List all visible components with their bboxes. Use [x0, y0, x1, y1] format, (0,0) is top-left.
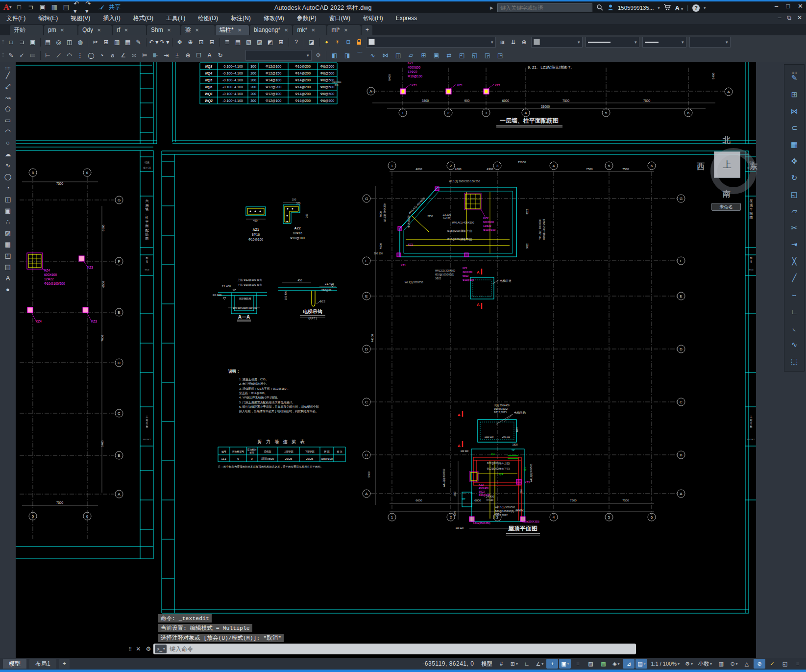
menu-9[interactable]: 修改(M)	[257, 13, 291, 24]
tab-close-icon[interactable]: ✕	[60, 25, 64, 35]
annotation-visibility-icon[interactable]: ▤▾	[635, 659, 647, 669]
layer-make-current-icon[interactable]: ⊕	[519, 37, 529, 47]
dim-linear-icon[interactable]: ⊢	[43, 50, 53, 60]
doc-tab-pm[interactable]: pm✕	[44, 25, 77, 35]
trim-icon[interactable]: ✂	[786, 221, 802, 235]
redo-icon[interactable]: ↷ ▾	[85, 3, 94, 12]
help-icon[interactable]: ?	[692, 4, 700, 12]
match-properties-icon[interactable]: ✎	[134, 37, 144, 47]
color-combo[interactable]: ▾	[531, 37, 583, 48]
point-style-icon[interactable]: ●	[2, 284, 14, 295]
drawing-canvas[interactable]: NQ3-0.100~4.100300Φ12@100Φ16@200Φ6@500NQ…	[16, 62, 756, 658]
ellipse-icon[interactable]: ◯	[2, 171, 14, 182]
construction-line-icon[interactable]: ⤢	[2, 81, 14, 92]
dim-text-edit-icon[interactable]: A	[205, 50, 215, 60]
dim-style-manager-icon[interactable]: ⟐	[314, 50, 323, 60]
3d-mirror-icon[interactable]: ◳	[495, 50, 505, 60]
etransmit-icon[interactable]: ◪	[307, 37, 317, 47]
dim-aligned-icon[interactable]: ⟋	[54, 50, 64, 60]
extend-icon[interactable]: ⇥	[786, 237, 802, 252]
erase-icon[interactable]: ✎	[786, 71, 802, 85]
layer-combo[interactable]: ▾	[366, 37, 496, 48]
layer-vp-freeze-icon[interactable]: ⊡	[343, 37, 353, 47]
new-tab-button[interactable]: +	[362, 25, 372, 35]
layer-states-icon[interactable]: ▤	[233, 37, 243, 47]
plot-icon[interactable]: ▤	[62, 3, 71, 12]
menu-10[interactable]: 参数(P)	[291, 13, 323, 24]
clean-screen-icon[interactable]: ⊘	[754, 659, 765, 669]
quick-properties-icon[interactable]: ▥	[715, 659, 727, 669]
block-editor-icon[interactable]: ▱	[406, 50, 416, 60]
doc-tab-biangeng[interactable]: biangeng*✕	[250, 25, 292, 35]
tolerance-icon[interactable]: ±	[172, 50, 182, 60]
open-icon[interactable]: ⊐	[26, 3, 35, 12]
close-button[interactable]: ✕	[798, 2, 803, 10]
lineweight-combo[interactable]: ▾	[642, 37, 686, 48]
toolbar-grip[interactable]: ⠿	[1, 53, 4, 58]
autodesk-a-icon[interactable]: A ▾	[675, 4, 683, 12]
stretch-icon[interactable]: ▱	[786, 204, 802, 219]
hatch-icon[interactable]: ▨	[2, 227, 14, 238]
xref-icon[interactable]: ⊞	[419, 50, 429, 60]
dim-style-combo[interactable]: ▾	[245, 50, 312, 61]
autocad-logo-icon[interactable]: A▾	[3, 3, 12, 12]
qsave-icon[interactable]: ▣	[28, 37, 38, 47]
user-avatar-icon[interactable]	[607, 4, 614, 12]
3d-rotate-icon[interactable]: ◱	[470, 50, 480, 60]
layer-prev-icon[interactable]: ⇊	[509, 37, 518, 47]
dynamic-input-icon[interactable]: +	[546, 659, 558, 669]
snap-mode-icon[interactable]: ⊞▾	[508, 659, 520, 669]
menu-1[interactable]: 文件(F)	[0, 13, 32, 24]
attribute-edit-icon[interactable]: ◫	[393, 50, 403, 60]
insert-block-icon[interactable]: ◫	[2, 194, 14, 204]
doc-tab-[interactable]: 开始	[10, 25, 43, 35]
circle-icon[interactable]: ○	[2, 137, 14, 148]
copy-clip-icon[interactable]: ⊞	[101, 37, 111, 47]
tab-close-icon[interactable]: ✕	[238, 25, 242, 35]
copy-icon[interactable]: ⊞	[786, 87, 802, 102]
chamfer-icon[interactable]: ∟	[786, 304, 802, 319]
paste-special-icon[interactable]: ▦	[123, 37, 133, 47]
layer-properties-icon[interactable]: ≣	[222, 37, 232, 47]
maximize-button[interactable]: □	[786, 2, 790, 10]
help-icon[interactable]: ?	[292, 37, 301, 47]
dim-break-icon[interactable]: ⇥	[162, 50, 171, 60]
plot-icon[interactable]: ▤	[43, 37, 53, 47]
pedit-icon[interactable]: ⌒	[355, 50, 365, 60]
layer-lock-icon[interactable]: ◩	[266, 37, 275, 47]
units[interactable]: 小数▾	[696, 659, 714, 669]
3d-align-icon[interactable]: ◲	[483, 50, 492, 60]
mledit-icon[interactable]: ⋈	[381, 50, 391, 60]
doc-tab-Qdy[interactable]: Qdy✕	[78, 25, 112, 35]
lineweight-display-icon[interactable]: ≡	[572, 659, 584, 669]
doc-tab-[interactable]: 墙柱*✕	[216, 25, 249, 35]
zoom-window-icon[interactable]: ⊡	[196, 37, 206, 47]
share-label[interactable]: 共享	[109, 3, 121, 11]
explode-icon[interactable]: ⬚	[786, 354, 802, 369]
mirror-icon[interactable]: ⋈	[786, 104, 802, 119]
join-icon[interactable]: ⌣	[786, 287, 802, 302]
new-layout-button[interactable]: +	[59, 659, 70, 669]
search-input[interactable]	[497, 3, 592, 12]
paste-clip-icon[interactable]: ▥	[112, 37, 122, 47]
dim-baseline-icon[interactable]: ⊨	[140, 50, 150, 60]
doc-tab-[interactable]: 梁✕	[181, 25, 215, 35]
draworder-icon[interactable]: ◧	[330, 50, 340, 60]
publish-icon[interactable]: ◍	[75, 37, 85, 47]
dim-inspect-icon[interactable]: ☐	[194, 50, 204, 60]
annotation-scale[interactable]: 1:1 / 100%▾	[648, 659, 682, 669]
dim-jogged-icon[interactable]: ◔	[97, 50, 107, 60]
scale-list-icon[interactable]: ≔	[28, 50, 38, 60]
user-id[interactable]: 1505999135...	[618, 5, 654, 11]
menu-3[interactable]: 视图(V)	[64, 13, 97, 24]
polar-tracking-icon[interactable]: ∠▾	[534, 659, 545, 669]
move-icon[interactable]: ✥	[786, 154, 802, 169]
tab-close-icon[interactable]: ✕	[195, 25, 199, 35]
model-space-tab[interactable]: 模型	[3, 659, 26, 669]
plot-style-combo[interactable]: ▾	[689, 37, 731, 48]
doc-restore-button[interactable]: ⧉	[787, 14, 791, 21]
break-icon[interactable]: ╱	[786, 271, 802, 285]
app-store-cart-icon[interactable]	[663, 4, 671, 12]
doc-tab-mk[interactable]: mk*✕	[293, 25, 326, 35]
help-dropdown-icon[interactable]: ▾	[704, 6, 706, 10]
